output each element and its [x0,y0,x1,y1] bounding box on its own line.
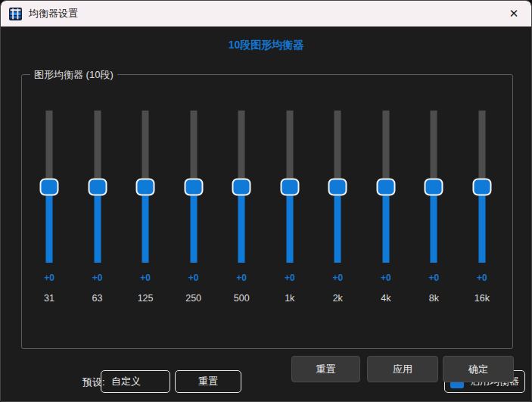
slider-thumb[interactable] [232,178,251,195]
band-frequency-label: 1k [285,292,294,304]
gain-value: +0 [477,273,487,284]
band-frequency-label: 8k [429,292,439,304]
band-frequency-label: 63 [92,292,103,304]
band-frequency-label: 125 [138,292,154,304]
band-grid: +0 31 +0 63 +0 1 [36,111,495,304]
gain-value: +0 [285,273,295,284]
band-frequency-label: 16k [474,292,490,304]
gain-slider[interactable] [135,111,155,263]
eq-band-1k: +0 1k [277,111,303,304]
band-frequency-label: 31 [44,292,54,304]
preset-reset-button[interactable]: 重置 [175,370,241,393]
slider-thumb[interactable] [136,178,155,195]
apply-button[interactable]: 应用 [367,356,438,382]
gain-value: +0 [44,273,54,284]
ok-button[interactable]: 确定 [443,356,514,382]
eq-band-8k: +0 8k [421,111,446,304]
gain-slider[interactable] [39,111,59,263]
equalizer-settings-dialog: 均衡器设置 ✕ 10段图形均衡器 图形均衡器 (10段) +0 31 [0,0,532,402]
slider-thumb[interactable] [328,178,347,195]
slider-thumb[interactable] [88,178,107,195]
slider-thumb[interactable] [184,178,203,195]
gain-value: +0 [236,273,247,284]
gain-slider[interactable] [424,111,443,263]
app-icon [9,8,22,20]
band-frequency-label: 250 [185,292,201,304]
gain-slider[interactable] [472,111,492,263]
reset-button[interactable]: 重置 [291,356,360,382]
gain-value: +0 [381,273,391,284]
eq-band-500: +0 500 [229,111,254,304]
eq-band-2k: +0 2k [325,111,350,304]
gain-slider[interactable] [280,111,300,263]
equalizer-groupbox: 图形均衡器 (10段) +0 31 +0 63 [21,74,513,349]
band-frequency-label: 2k [333,292,343,304]
slider-thumb[interactable] [40,178,59,195]
slider-thumb[interactable] [280,178,299,195]
gain-value: +0 [188,273,199,284]
page-title: 10段图形均衡器 [1,39,531,52]
gain-value: +0 [92,273,103,284]
titlebar[interactable]: 均衡器设置 ✕ [1,1,531,26]
eq-band-125: +0 125 [132,111,158,304]
groupbox-label: 图形均衡器 (10段) [30,68,117,82]
slider-thumb[interactable] [376,178,395,195]
band-frequency-label: 500 [234,292,250,304]
eq-band-250: +0 250 [181,111,207,304]
gain-slider[interactable] [376,111,396,263]
eq-band-4k: +0 4k [373,111,399,304]
gain-slider[interactable] [88,111,107,263]
gain-slider[interactable] [184,111,204,263]
close-button[interactable]: ✕ [496,1,531,26]
gain-slider[interactable] [232,111,251,263]
gain-slider[interactable] [328,111,347,263]
eq-band-63: +0 63 [85,111,110,304]
gain-value: +0 [140,273,151,284]
dialog-content: 10段图形均衡器 图形均衡器 (10段) +0 31 [1,26,531,401]
band-frequency-label: 4k [381,292,390,304]
gain-value: +0 [429,273,440,284]
eq-band-16k: +0 16k [469,111,495,304]
slider-thumb[interactable] [472,178,491,195]
window-title: 均衡器设置 [29,7,78,20]
preset-select[interactable]: 自定义 [101,370,170,393]
eq-band-31: +0 31 [36,111,62,304]
gain-value: +0 [332,273,343,284]
slider-thumb[interactable] [425,178,443,195]
